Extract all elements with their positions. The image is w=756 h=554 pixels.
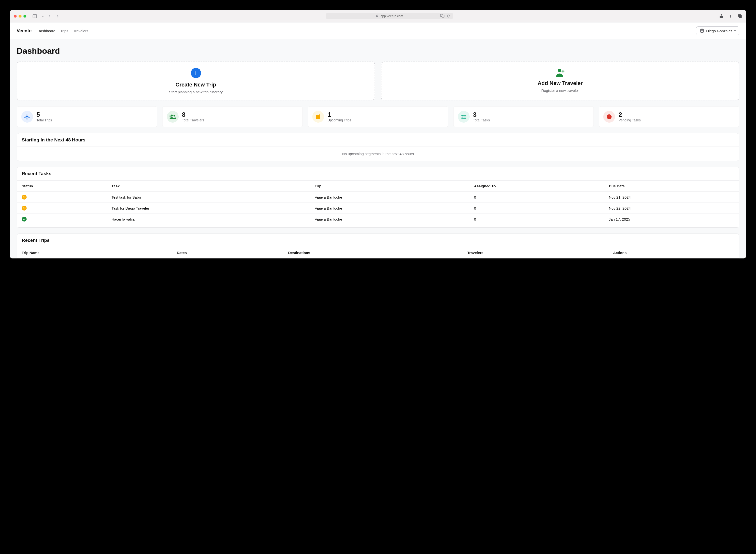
svg-point-7 xyxy=(558,69,561,72)
task-name: Task for Diego Traveler xyxy=(107,203,310,214)
reload-icon[interactable] xyxy=(447,14,450,18)
recent-tasks-header: Recent Tasks xyxy=(17,167,739,180)
user-menu[interactable]: Diego Gonzalez ▾ xyxy=(696,26,739,35)
back-button[interactable] xyxy=(47,14,52,18)
brand-logo[interactable]: Veente xyxy=(17,28,32,34)
address-bar[interactable]: app.veente.com xyxy=(326,13,453,19)
svg-point-10 xyxy=(169,116,170,117)
share-icon[interactable] xyxy=(719,14,724,18)
user-avatar-icon xyxy=(700,29,704,33)
maximize-window-button[interactable] xyxy=(23,15,26,17)
page-title: Dashboard xyxy=(17,46,739,56)
lock-icon xyxy=(376,14,378,17)
browser-right-tools xyxy=(719,14,742,18)
stats-row: 5 Total Trips 8 Total Travelers xyxy=(17,106,739,127)
recent-trips-table: Trip Name Dates Destinations Travelers A… xyxy=(17,247,739,259)
task-assigned: 0 xyxy=(469,214,604,225)
tabs-icon[interactable] xyxy=(738,14,742,18)
stat-label: Total Tasks xyxy=(473,118,490,122)
recent-tasks-table: Status Task Trip Assigned To Due Date Te… xyxy=(17,180,739,224)
navbar: Veente Dashboard Trips Travelers Diego G… xyxy=(10,22,746,39)
svg-point-20 xyxy=(609,118,610,118)
col-trip: Trip xyxy=(310,180,469,192)
stat-total-tasks: 3 Total Tasks xyxy=(453,106,594,127)
plane-icon xyxy=(21,111,33,123)
task-trip: Viaje a Bariloche xyxy=(310,203,469,214)
stat-pending-tasks: 2 Pending Tasks xyxy=(599,106,739,127)
chevron-down-icon: ▾ xyxy=(734,29,736,33)
app-content: Veente Dashboard Trips Travelers Diego G… xyxy=(10,22,746,259)
people-icon xyxy=(167,111,179,123)
person-add-icon xyxy=(555,68,565,77)
add-traveler-title: Add New Traveler xyxy=(387,80,733,87)
url-text: app.veente.com xyxy=(380,14,403,18)
minimize-window-button[interactable] xyxy=(18,15,21,17)
task-due: Nov 21, 2024 xyxy=(604,192,739,203)
create-trip-card[interactable]: Create New Trip Start planning a new tri… xyxy=(17,62,375,100)
next-48-panel: Starting in the Next 48 Hours No upcomin… xyxy=(17,133,739,161)
stat-value: 8 xyxy=(182,111,204,118)
nav-link-trips[interactable]: Trips xyxy=(60,29,68,33)
svg-rect-19 xyxy=(609,115,609,117)
table-row[interactable]: Test task for Sabri Viaje a Bariloche 0 … xyxy=(17,192,739,203)
plus-circle-icon xyxy=(191,68,201,78)
new-tab-icon[interactable] xyxy=(728,14,733,18)
nav-link-dashboard[interactable]: Dashboard xyxy=(37,29,55,33)
stat-total-trips: 5 Total Trips xyxy=(17,106,157,127)
table-row[interactable]: Hacer la valija Viaje a Bariloche 0 Jan … xyxy=(17,214,739,225)
recent-trips-panel: Recent Trips Trip Name Dates Destination… xyxy=(17,233,739,259)
browser-window: ⌄ app.veente.com Veente Dashboard Trips xyxy=(10,10,746,259)
task-due: Jan 17, 2025 xyxy=(604,214,739,225)
close-window-button[interactable] xyxy=(14,15,17,17)
list-check-icon xyxy=(458,111,470,123)
task-trip: Viaje a Bariloche xyxy=(310,214,469,225)
task-name: Hacer la valija xyxy=(107,214,310,225)
browser-chrome: ⌄ app.veente.com xyxy=(10,10,746,22)
user-name: Diego Gonzalez xyxy=(706,29,732,33)
col-actions: Actions xyxy=(608,247,739,259)
col-task: Task xyxy=(107,180,310,192)
col-dates: Dates xyxy=(172,247,283,259)
svg-rect-2 xyxy=(376,16,378,17)
stat-label: Total Travelers xyxy=(182,118,204,122)
add-traveler-card[interactable]: Add New Traveler Register a new traveler xyxy=(381,62,739,100)
translate-icon[interactable] xyxy=(440,14,444,17)
svg-rect-4 xyxy=(442,15,444,17)
svg-rect-13 xyxy=(317,114,317,116)
check-icon xyxy=(22,217,26,222)
svg-point-9 xyxy=(173,115,175,116)
recent-tasks-panel: Recent Tasks Status Task Trip Assigned T… xyxy=(17,167,739,228)
clock-icon xyxy=(22,206,26,211)
clock-icon xyxy=(22,195,26,200)
col-trip-name: Trip Name xyxy=(17,247,172,259)
table-row[interactable]: Task for Diego Traveler Viaje a Bariloch… xyxy=(17,203,739,214)
svg-rect-12 xyxy=(316,115,320,116)
stat-value: 5 xyxy=(37,111,52,118)
svg-point-6 xyxy=(702,30,702,31)
stat-value: 3 xyxy=(473,111,490,118)
col-destinations: Destinations xyxy=(283,247,462,259)
svg-point-8 xyxy=(171,115,173,116)
recent-trips-header: Recent Trips xyxy=(17,234,739,247)
stat-value: 1 xyxy=(327,111,351,118)
stat-label: Upcoming Trips xyxy=(327,118,351,122)
col-assigned: Assigned To xyxy=(469,180,604,192)
task-assigned: 0 xyxy=(469,192,604,203)
nav-links: Dashboard Trips Travelers xyxy=(37,29,88,33)
col-status: Status xyxy=(17,180,107,192)
create-trip-title: Create New Trip xyxy=(23,81,369,88)
calendar-icon xyxy=(312,111,324,123)
stat-total-travelers: 8 Total Travelers xyxy=(162,106,303,127)
stat-label: Total Trips xyxy=(37,118,52,122)
action-cards: Create New Trip Start planning a new tri… xyxy=(17,62,739,100)
col-due: Due Date xyxy=(604,180,739,192)
sidebar-icon[interactable] xyxy=(32,14,37,18)
svg-rect-14 xyxy=(319,114,320,116)
forward-button[interactable] xyxy=(55,14,60,18)
nav-link-travelers[interactable]: Travelers xyxy=(73,29,88,33)
chevron-down-icon[interactable]: ⌄ xyxy=(42,14,44,18)
next-48-empty: No upcoming segments in the next 48 hour… xyxy=(17,147,739,161)
task-trip: Viaje a Bariloche xyxy=(310,192,469,203)
task-name: Test task for Sabri xyxy=(107,192,310,203)
create-trip-subtitle: Start planning a new trip itinerary xyxy=(23,90,369,94)
